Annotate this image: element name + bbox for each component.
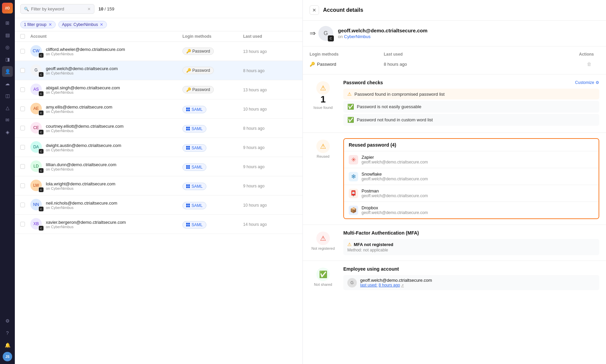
login-methods-header: Login methods Last used Actions: [310, 52, 599, 57]
user-avatar[interactable]: JS: [3, 352, 12, 361]
app-logo[interactable]: //O: [2, 3, 13, 13]
login-method-cell: 🔑 Password: [182, 67, 243, 74]
account-app: on CyberNimbus: [46, 206, 117, 210]
account-app: on CyberNimbus: [46, 52, 125, 56]
postman-icon: 📮: [349, 189, 358, 198]
login-badge-saml: SAML: [182, 106, 206, 113]
account-email: xavier.bergeron@demo.ctrialtsecure.com: [46, 220, 126, 225]
account-cell: DA C dwight.austin@demo.ctrialtsecure.co…: [30, 141, 182, 153]
account-cell: CE C courtney.elliott@demo.ctrialtsecure…: [30, 122, 182, 134]
table-row[interactable]: DA C dwight.austin@demo.ctrialtsecure.co…: [15, 138, 302, 157]
reused-password-section: ⚠ Reused Reused password (4) ✳ Zapier ge…: [303, 133, 606, 225]
sidebar-item-home[interactable]: ⊞: [2, 18, 13, 28]
login-method-cell: SAML: [182, 201, 243, 209]
password-issue-status: ⚠ 1 Issue found: [310, 80, 337, 110]
app-icon: C: [38, 91, 44, 96]
sidebar-item-settings[interactable]: ⚙: [2, 315, 13, 326]
employee-status: ✅ Not shared: [310, 266, 337, 286]
account-cell: XB C xavier.bergeron@demo.ctrialtsecure.…: [30, 218, 182, 230]
sidebar-item-mail[interactable]: ✉: [2, 115, 13, 125]
avatar-stack: CW C: [30, 45, 42, 57]
reused-password-title: Reused password (4): [344, 139, 599, 151]
clear-search-button[interactable]: ✕: [87, 7, 91, 11]
login-method-row: 🔑 Password 8 hours ago 🗑: [310, 59, 599, 69]
row-checkbox[interactable]: [20, 49, 25, 54]
table-row[interactable]: CW C clifford.wheeler@demo.ctrialtsecure…: [15, 42, 302, 61]
table-row[interactable]: G C geoff.welch@demo.ctrialtsecure.com o…: [15, 61, 302, 80]
check-item-guessable: ✅ Password is not easily guessable: [343, 101, 599, 113]
reused-app-item-postman[interactable]: 📮 Postman geoff.welch@demo.ctrialtsecure…: [344, 185, 599, 202]
table-row[interactable]: LW C lola.wright@demo.ctrialtsecure.com …: [15, 176, 302, 195]
employee-last-used-link[interactable]: 8 hours ago: [379, 283, 400, 287]
login-badge-saml: SAML: [182, 144, 206, 152]
row-checkbox[interactable]: [20, 107, 25, 111]
account-app: on CyberNimbus: [46, 110, 112, 114]
remove-group-filter-button[interactable]: ✕: [49, 22, 52, 27]
delete-login-button[interactable]: 🗑: [587, 61, 591, 67]
login-badge-saml: SAML: [182, 163, 206, 171]
reused-password-card: Reused password (4) ✳ Zapier geoff.welch…: [343, 138, 599, 219]
row-checkbox[interactable]: [20, 203, 25, 207]
sidebar-item-help[interactable]: ?: [2, 328, 13, 338]
row-checkbox[interactable]: [20, 164, 25, 169]
row-checkbox[interactable]: [20, 87, 25, 92]
sidebar-item-search[interactable]: ◎: [2, 42, 13, 53]
login-method-cell: SAML: [182, 181, 243, 190]
app-link[interactable]: CyberNimbus: [344, 34, 371, 39]
customize-button[interactable]: Customize ⚙: [575, 80, 599, 85]
panel-header: ✕ Account details: [303, 0, 606, 21]
account-email: courtney.elliott@demo.ctrialtsecure.com: [46, 124, 123, 129]
sidebar-item-dashboard[interactable]: ▤: [2, 30, 13, 40]
table-row[interactable]: XB C xavier.bergeron@demo.ctrialtsecure.…: [15, 215, 302, 234]
login-method-cell: SAML: [182, 220, 243, 229]
row-checkbox[interactable]: [20, 183, 25, 188]
sidebar-item-cloud[interactable]: ☁: [2, 78, 13, 89]
app-icon: C: [38, 53, 44, 58]
table-row[interactable]: LD C lillian.dunn@demo.ctrialtsecure.com…: [15, 157, 302, 176]
account-email: lillian.dunn@demo.ctrialtsecure.com: [46, 162, 116, 167]
issue-found-label: Issue found: [314, 105, 333, 110]
employee-title: Employee using account: [343, 266, 399, 272]
row-checkbox[interactable]: [20, 145, 25, 150]
filter-chip-app[interactable]: Apps: CyberNimbus ✕: [58, 21, 107, 28]
close-panel-button[interactable]: ✕: [310, 5, 319, 15]
accounts-table: CW C clifford.wheeler@demo.ctrialtsecure…: [15, 42, 302, 364]
reused-app-item-snowflake[interactable]: ❄ Snowflake geoff.welch@demo.ctrialtsecu…: [344, 168, 599, 185]
remove-app-filter-button[interactable]: ✕: [100, 22, 103, 27]
sidebar-item-monitor[interactable]: ◨: [2, 54, 13, 65]
app-icon: C: [38, 149, 44, 154]
password-checks-section: ⚠ 1 Issue found Password checks Customiz…: [303, 74, 606, 133]
account-detail-header: ⇒ G C geoff.welch@demo.ctrialtsecure.com…: [303, 21, 606, 47]
table-row[interactable]: NN C neil.nichols@demo.ctrialtsecure.com…: [15, 195, 302, 215]
snowflake-icon: ❄: [349, 172, 358, 181]
row-checkbox[interactable]: [20, 68, 25, 73]
mfa-content: Multi-Factor Authentication (MFA) ⚠ MFA …: [343, 230, 599, 255]
search-box[interactable]: 🔍 ✕: [20, 4, 94, 14]
row-checkbox[interactable]: [20, 126, 25, 130]
reused-app-item-zapier[interactable]: ✳ Zapier geoff.welch@demo.ctrialtsecure.…: [344, 151, 599, 168]
account-cell: AS C abigail.singh@demo.ctrialtsecure.co…: [30, 84, 182, 96]
table-row[interactable]: CE C courtney.elliott@demo.ctrialtsecure…: [15, 119, 302, 138]
employee-section: ✅ Not shared Employee using account G ge…: [303, 261, 606, 296]
table-row[interactable]: AS C abigail.singh@demo.ctrialtsecure.co…: [15, 80, 302, 99]
search-input[interactable]: [31, 6, 85, 11]
row-checkbox[interactable]: [20, 222, 25, 226]
account-cell: CW C clifford.wheeler@demo.ctrialtsecure…: [30, 45, 182, 57]
sidebar-item-integrations[interactable]: ◈: [2, 127, 13, 138]
login-badge-password: 🔑 Password: [182, 48, 214, 55]
sidebar-item-alerts[interactable]: △: [2, 102, 13, 113]
account-app: on CyberNimbus: [46, 225, 126, 229]
account-detail-info: geoff.welch@demo.ctrialtsecure.com on Cy…: [338, 28, 428, 39]
sidebar-item-users[interactable]: 👤: [2, 66, 13, 77]
sidebar-item-notifications[interactable]: 🔔: [2, 340, 13, 351]
last-used-cell: 10 hours ago: [243, 202, 297, 208]
column-header-login: Login methods: [182, 34, 243, 39]
table-row[interactable]: AE C amy.ellis@demo.ctrialtsecure.com on…: [15, 99, 302, 119]
reused-app-item-dropbox[interactable]: 📦 Dropbox geoff.welch@demo.ctrialtsecure…: [344, 202, 599, 218]
login-method-cell: SAML: [182, 162, 243, 171]
sidebar-item-layers[interactable]: ◫: [2, 90, 13, 101]
account-email: neil.nichols@demo.ctrialtsecure.com: [46, 201, 117, 206]
select-all-checkbox[interactable]: [20, 34, 25, 39]
mfa-status: ⚠ Not registered: [310, 230, 337, 250]
filter-chip-group[interactable]: 1 filter group ✕: [20, 21, 56, 28]
